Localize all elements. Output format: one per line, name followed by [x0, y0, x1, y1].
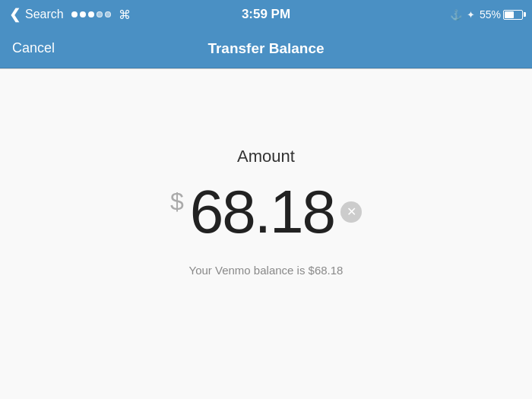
signal-dots [71, 11, 111, 17]
clear-button[interactable]: ✕ [340, 201, 362, 223]
amount-label: Amount [237, 147, 295, 166]
cancel-button[interactable]: Cancel [12, 40, 55, 56]
battery-fill [505, 11, 514, 18]
status-bar-right: ⚓ ✦ 55% [450, 8, 523, 21]
status-bar-time: 3:59 PM [242, 7, 290, 22]
battery-icon [503, 10, 523, 20]
balance-info: Your Venmo balance is $68.18 [189, 264, 344, 277]
signal-dot-1 [71, 11, 78, 17]
battery-container: 55% [480, 8, 523, 21]
nav-bar: Cancel Transfer Balance [0, 29, 532, 68]
search-label[interactable]: Search [25, 8, 64, 21]
signal-dot-2 [80, 11, 86, 17]
signal-dot-3 [88, 11, 94, 17]
dollar-sign: $ [170, 188, 184, 216]
page-title: Transfer Balance [207, 40, 324, 57]
back-arrow-icon: ❮ [9, 6, 21, 23]
status-bar: ❮ Search ⌘ 3:59 PM ⚓ ✦ 55% [0, 0, 532, 29]
bluetooth-icon: ✦ [467, 9, 475, 21]
main-content: Amount $ 68.18 ✕ Your Venmo balance is $… [0, 69, 532, 399]
battery-percent: 55% [480, 8, 501, 21]
status-bar-left: ❮ Search ⌘ [9, 6, 131, 23]
wifi-icon: ⌘ [119, 8, 131, 22]
amount-value: 68.18 [190, 182, 334, 242]
signal-dot-5 [105, 11, 111, 17]
lock-icon: ⚓ [450, 9, 462, 21]
amount-row: $ 68.18 ✕ [170, 182, 362, 242]
signal-dot-4 [97, 11, 103, 17]
